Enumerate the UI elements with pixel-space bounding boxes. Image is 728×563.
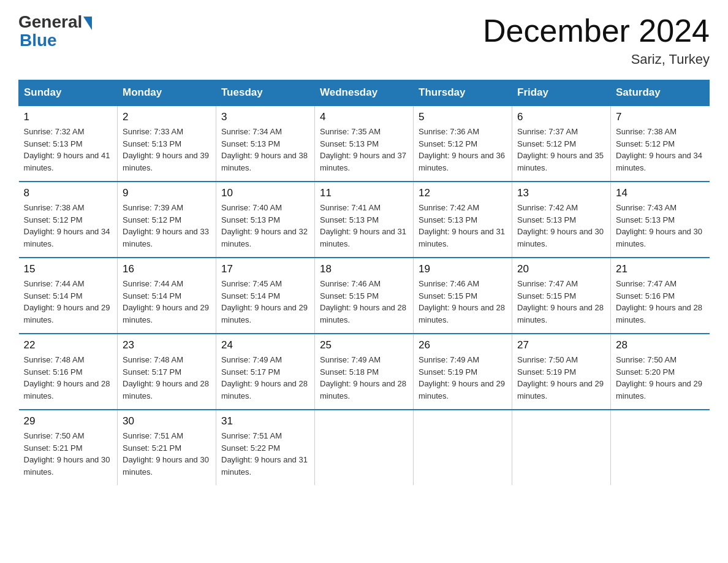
calendar-week-5: 29Sunrise: 7:50 AMSunset: 5:21 PMDayligh… — [19, 410, 710, 485]
day-info: Sunrise: 7:50 AMSunset: 5:21 PMDaylight:… — [24, 430, 113, 478]
day-number: 17 — [221, 263, 309, 275]
calendar-cell: 12Sunrise: 7:42 AMSunset: 5:13 PMDayligh… — [414, 182, 512, 258]
day-number: 21 — [616, 263, 705, 275]
day-number: 27 — [517, 339, 605, 351]
day-number: 12 — [419, 187, 507, 199]
calendar-cell: 14Sunrise: 7:43 AMSunset: 5:13 PMDayligh… — [611, 182, 710, 258]
calendar-cell: 5Sunrise: 7:36 AMSunset: 5:12 PMDaylight… — [414, 105, 512, 182]
day-number: 8 — [24, 187, 113, 199]
day-info: Sunrise: 7:33 AMSunset: 5:13 PMDaylight:… — [123, 126, 211, 174]
calendar-cell: 20Sunrise: 7:47 AMSunset: 5:15 PMDayligh… — [512, 258, 611, 334]
day-number: 31 — [221, 415, 309, 427]
day-number: 23 — [123, 339, 211, 351]
day-info: Sunrise: 7:46 AMSunset: 5:15 PMDaylight:… — [419, 278, 507, 326]
day-number: 2 — [123, 111, 211, 123]
calendar-cell: 4Sunrise: 7:35 AMSunset: 5:13 PMDaylight… — [315, 105, 414, 182]
day-info: Sunrise: 7:50 AMSunset: 5:20 PMDaylight:… — [616, 354, 705, 402]
day-info: Sunrise: 7:46 AMSunset: 5:15 PMDaylight:… — [320, 278, 408, 326]
calendar-cell: 29Sunrise: 7:50 AMSunset: 5:21 PMDayligh… — [19, 410, 118, 485]
calendar-cell — [414, 410, 512, 485]
day-info: Sunrise: 7:44 AMSunset: 5:14 PMDaylight:… — [123, 278, 211, 326]
calendar-cell: 22Sunrise: 7:48 AMSunset: 5:16 PMDayligh… — [19, 334, 118, 410]
day-info: Sunrise: 7:49 AMSunset: 5:18 PMDaylight:… — [320, 354, 408, 402]
day-info: Sunrise: 7:36 AMSunset: 5:12 PMDaylight:… — [419, 126, 507, 174]
page-header: General Blue December 2024 Sariz, Turkey — [18, 12, 710, 67]
calendar-cell: 8Sunrise: 7:38 AMSunset: 5:12 PMDaylight… — [19, 182, 118, 258]
calendar-cell: 31Sunrise: 7:51 AMSunset: 5:22 PMDayligh… — [216, 410, 315, 485]
title-block: December 2024 Sariz, Turkey — [483, 12, 710, 67]
calendar-cell: 13Sunrise: 7:42 AMSunset: 5:13 PMDayligh… — [512, 182, 611, 258]
day-number: 3 — [221, 111, 309, 123]
month-title: December 2024 — [483, 12, 710, 49]
day-number: 16 — [123, 263, 211, 275]
calendar-cell: 10Sunrise: 7:40 AMSunset: 5:13 PMDayligh… — [216, 182, 315, 258]
day-number: 9 — [123, 187, 211, 199]
weekday-header-sunday: Sunday — [19, 80, 118, 106]
calendar-cell: 2Sunrise: 7:33 AMSunset: 5:13 PMDaylight… — [118, 105, 216, 182]
weekday-header-friday: Friday — [512, 80, 611, 106]
day-info: Sunrise: 7:42 AMSunset: 5:13 PMDaylight:… — [517, 202, 605, 250]
calendar-week-2: 8Sunrise: 7:38 AMSunset: 5:12 PMDaylight… — [19, 182, 710, 258]
day-info: Sunrise: 7:34 AMSunset: 5:13 PMDaylight:… — [221, 126, 309, 174]
day-number: 26 — [419, 339, 507, 351]
day-info: Sunrise: 7:47 AMSunset: 5:16 PMDaylight:… — [616, 278, 705, 326]
day-info: Sunrise: 7:47 AMSunset: 5:15 PMDaylight:… — [517, 278, 605, 326]
day-info: Sunrise: 7:38 AMSunset: 5:12 PMDaylight:… — [24, 202, 113, 250]
calendar-cell: 25Sunrise: 7:49 AMSunset: 5:18 PMDayligh… — [315, 334, 414, 410]
day-number: 28 — [616, 339, 705, 351]
day-number: 4 — [320, 111, 408, 123]
calendar-cell: 21Sunrise: 7:47 AMSunset: 5:16 PMDayligh… — [611, 258, 710, 334]
day-number: 15 — [24, 263, 113, 275]
day-number: 6 — [517, 111, 605, 123]
calendar-cell: 1Sunrise: 7:32 AMSunset: 5:13 PMDaylight… — [19, 105, 118, 182]
day-number: 19 — [419, 263, 507, 275]
calendar-cell: 9Sunrise: 7:39 AMSunset: 5:12 PMDaylight… — [118, 182, 216, 258]
day-info: Sunrise: 7:45 AMSunset: 5:14 PMDaylight:… — [221, 278, 309, 326]
weekday-header-wednesday: Wednesday — [315, 80, 414, 106]
day-number: 20 — [517, 263, 605, 275]
calendar-cell: 19Sunrise: 7:46 AMSunset: 5:15 PMDayligh… — [414, 258, 512, 334]
logo-general-text: General — [18, 12, 82, 32]
calendar-cell: 11Sunrise: 7:41 AMSunset: 5:13 PMDayligh… — [315, 182, 414, 258]
calendar-cell: 17Sunrise: 7:45 AMSunset: 5:14 PMDayligh… — [216, 258, 315, 334]
day-info: Sunrise: 7:48 AMSunset: 5:17 PMDaylight:… — [123, 354, 211, 402]
day-info: Sunrise: 7:49 AMSunset: 5:17 PMDaylight:… — [221, 354, 309, 402]
weekday-header-monday: Monday — [118, 80, 216, 106]
weekday-header-thursday: Thursday — [414, 80, 512, 106]
day-info: Sunrise: 7:38 AMSunset: 5:12 PMDaylight:… — [616, 126, 705, 174]
calendar-week-3: 15Sunrise: 7:44 AMSunset: 5:14 PMDayligh… — [19, 258, 710, 334]
day-info: Sunrise: 7:41 AMSunset: 5:13 PMDaylight:… — [320, 202, 408, 250]
logo: General Blue — [18, 12, 92, 50]
day-number: 22 — [24, 339, 113, 351]
calendar-cell — [315, 410, 414, 485]
day-info: Sunrise: 7:49 AMSunset: 5:19 PMDaylight:… — [419, 354, 507, 402]
calendar-cell: 30Sunrise: 7:51 AMSunset: 5:21 PMDayligh… — [118, 410, 216, 485]
day-number: 11 — [320, 187, 408, 199]
day-number: 25 — [320, 339, 408, 351]
location-label: Sariz, Turkey — [483, 52, 710, 67]
day-info: Sunrise: 7:48 AMSunset: 5:16 PMDaylight:… — [24, 354, 113, 402]
weekday-header-tuesday: Tuesday — [216, 80, 315, 106]
logo-arrow-icon — [83, 17, 92, 30]
calendar-cell: 24Sunrise: 7:49 AMSunset: 5:17 PMDayligh… — [216, 334, 315, 410]
calendar-cell: 6Sunrise: 7:37 AMSunset: 5:12 PMDaylight… — [512, 105, 611, 182]
day-info: Sunrise: 7:51 AMSunset: 5:22 PMDaylight:… — [221, 430, 309, 478]
calendar-cell — [611, 410, 710, 485]
calendar-cell: 16Sunrise: 7:44 AMSunset: 5:14 PMDayligh… — [118, 258, 216, 334]
day-info: Sunrise: 7:40 AMSunset: 5:13 PMDaylight:… — [221, 202, 309, 250]
calendar-cell: 23Sunrise: 7:48 AMSunset: 5:17 PMDayligh… — [118, 334, 216, 410]
day-info: Sunrise: 7:51 AMSunset: 5:21 PMDaylight:… — [123, 430, 211, 478]
day-info: Sunrise: 7:39 AMSunset: 5:12 PMDaylight:… — [123, 202, 211, 250]
calendar-week-4: 22Sunrise: 7:48 AMSunset: 5:16 PMDayligh… — [19, 334, 710, 410]
day-info: Sunrise: 7:37 AMSunset: 5:12 PMDaylight:… — [517, 126, 605, 174]
day-number: 30 — [123, 415, 211, 427]
calendar-cell: 18Sunrise: 7:46 AMSunset: 5:15 PMDayligh… — [315, 258, 414, 334]
logo-blue-text: Blue — [20, 31, 57, 50]
day-number: 24 — [221, 339, 309, 351]
day-info: Sunrise: 7:42 AMSunset: 5:13 PMDaylight:… — [419, 202, 507, 250]
day-number: 13 — [517, 187, 605, 199]
day-number: 7 — [616, 111, 705, 123]
day-number: 18 — [320, 263, 408, 275]
day-info: Sunrise: 7:43 AMSunset: 5:13 PMDaylight:… — [616, 202, 705, 250]
day-number: 5 — [419, 111, 507, 123]
